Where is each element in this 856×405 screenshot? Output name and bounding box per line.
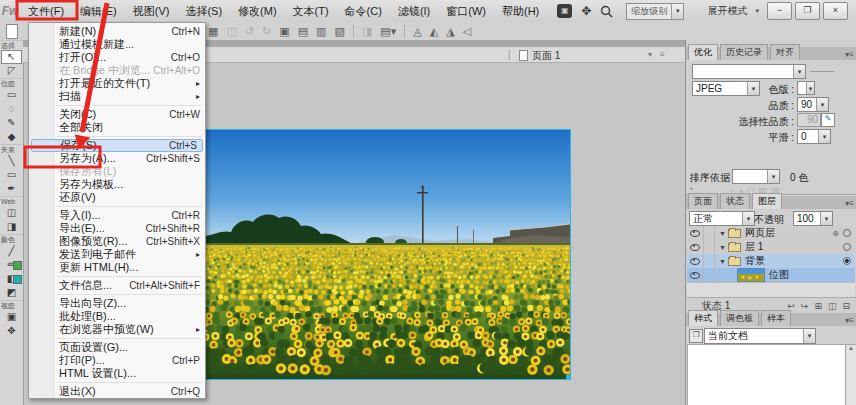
tab-align[interactable]: 对齐 (770, 44, 800, 60)
redo-icon[interactable]: ↻ (262, 25, 271, 38)
zoom-level-select[interactable]: 缩放级别 ▾ (626, 3, 684, 20)
radio-indicator[interactable] (843, 257, 851, 265)
menu-item-update-html[interactable]: 更新 HTML(H)... (29, 261, 205, 274)
screen-mode[interactable]: ▣ (0, 310, 23, 324)
menu-item-exit[interactable]: 退出(X)Ctrl+Q (29, 385, 205, 398)
align-icon[interactable]: ▤▾ (380, 25, 396, 38)
blur-tool[interactable]: ◆ (0, 130, 23, 144)
tab-pages[interactable]: 页面 (688, 193, 718, 209)
hide-slices-tool[interactable]: ◨ (0, 220, 23, 234)
bring-to-front-icon[interactable]: ▣ (279, 25, 289, 38)
expand-triangle-icon[interactable]: ▼ (719, 230, 726, 237)
minimize-button[interactable]: − (767, 2, 792, 20)
layer-row[interactable]: ▼网页层⊕ (687, 226, 855, 241)
default-colors[interactable]: ◩ (0, 286, 23, 300)
panel-menu-icon[interactable]: ▾≡ (845, 199, 856, 209)
send-backward-icon[interactable]: ▥ (316, 25, 326, 38)
tab-swatches[interactable]: 样本 (761, 310, 791, 326)
chevron-down-icon[interactable]: ▾ (793, 65, 805, 78)
menu-item-close[interactable]: 关闭(C)Ctrl+W (29, 108, 205, 121)
menu-file[interactable]: 文件(F) (20, 0, 72, 22)
selection-handle[interactable] (566, 375, 571, 380)
group-icon[interactable]: ◨ (362, 25, 372, 38)
undo-icon[interactable]: ↺ (245, 25, 254, 38)
slice-tool[interactable]: ◫ (0, 206, 23, 220)
rotate-icon[interactable]: ◮ (446, 25, 454, 38)
color-swatch[interactable] (13, 275, 22, 284)
eye-icon[interactable] (690, 258, 700, 265)
chevron-down-icon[interactable]: ▾ (648, 50, 652, 59)
radio-indicator[interactable] (843, 229, 851, 237)
pointer-tool[interactable]: ↖ (1, 50, 22, 64)
menu-modify[interactable]: 修改(M) (230, 0, 285, 22)
menu-edit[interactable]: 编辑(E) (72, 0, 125, 22)
menu-select[interactable]: 选择(S) (177, 0, 230, 22)
layer-row[interactable]: ▼背景 (687, 254, 855, 269)
menu-commands[interactable]: 命令(C) (337, 0, 390, 22)
blend-mode-select[interactable]: 正常▾ (689, 211, 755, 226)
style-library-icon[interactable]: ❒ (689, 329, 703, 343)
quality-select[interactable]: 90▾ (797, 97, 829, 112)
line-tool[interactable]: ╲ (0, 154, 23, 168)
zoom-tool-icon[interactable] (600, 5, 613, 18)
menu-item-save-as[interactable]: 另存为(A)...Ctrl+Shift+S (29, 152, 205, 165)
menu-item-open-recent[interactable]: 打开最近的文件(T)▸ (29, 77, 205, 90)
saved-settings-select[interactable]: ▾ (692, 64, 806, 79)
chevron-down-icon[interactable]: ▾ (803, 329, 815, 343)
chevron-down-icon[interactable]: ▾ (747, 82, 759, 95)
menu-item-new-from-template[interactable]: 通过模板新建... (29, 38, 205, 51)
hand-tool-icon[interactable]: ✥ (581, 4, 591, 18)
marquee-tool[interactable]: ▭ (0, 88, 23, 102)
menu-item-close-all[interactable]: 全部关闭 (29, 121, 205, 134)
hand-tool[interactable]: ✥ (0, 324, 23, 338)
slice-grid-icon[interactable]: ▦ (208, 25, 218, 38)
chevron-down-icon[interactable]: ▾ (820, 212, 832, 225)
copy-to-states-icon[interactable]: ↪ (801, 301, 809, 311)
chevron-down-icon[interactable]: ▾ (818, 130, 830, 143)
menu-item-page-setup[interactable]: 页面设置(G)... (29, 341, 205, 354)
color-swatch[interactable] (13, 261, 22, 270)
styles-scrollbar[interactable]: ▲ (845, 344, 856, 405)
lasso-tool[interactable]: ◌ (0, 102, 23, 116)
scale-tool[interactable]: ◸ (0, 64, 23, 78)
stroke-color-well[interactable]: ✏ (0, 258, 23, 272)
eye-icon[interactable] (690, 244, 700, 251)
menu-view[interactable]: 视图(V) (125, 0, 178, 22)
style-source-select[interactable]: 当前文档▾ (704, 328, 816, 344)
tab-optimize[interactable]: 优化 (688, 44, 718, 60)
close-button[interactable]: × (823, 2, 848, 20)
menu-item-export-wizard[interactable]: 导出向导(Z)... (29, 297, 205, 310)
tab-states[interactable]: 状态 (720, 193, 750, 209)
brush-tool[interactable]: ✎ (0, 116, 23, 130)
radio-indicator[interactable] (843, 243, 851, 251)
send-to-back-icon[interactable]: ▧ (334, 25, 344, 38)
distribute-to-states-icon[interactable]: ↩ (787, 301, 795, 311)
menu-item-preview-in-browser[interactable]: 在浏览器中预览(W)▸ (29, 323, 205, 336)
menu-item-file-info[interactable]: 文件信息...Ctrl+Alt+Shift+F (29, 279, 205, 292)
menu-text[interactable]: 文本(T) (285, 0, 337, 22)
chevron-down-icon[interactable]: ▾ (755, 7, 759, 15)
expand-mode-button[interactable]: 展开模式 (707, 4, 747, 18)
menu-item-html-setup[interactable]: HTML 设置(L)... (29, 367, 205, 380)
layer-row[interactable]: ▼层 1 (687, 240, 855, 255)
tab-palette[interactable]: 调色板 (720, 310, 759, 326)
chevron-down-icon[interactable]: ▾ (816, 98, 828, 111)
chevron-down-icon[interactable]: ▾ (671, 4, 683, 19)
sort-by-select[interactable]: ▾ (732, 169, 780, 184)
lock-column[interactable] (703, 254, 715, 268)
restore-button[interactable]: ❐ (795, 2, 820, 20)
smoothing-select[interactable]: 0▾ (797, 129, 831, 144)
menu-filters[interactable]: 滤镜(I) (390, 0, 438, 22)
chevron-down-icon[interactable]: ▾ (767, 170, 779, 183)
menu-item-scan[interactable]: 扫描▸ (29, 90, 205, 103)
export-format-select[interactable]: JPEG▾ (692, 81, 760, 96)
new-layer-icon[interactable]: ⊞ (814, 301, 822, 311)
canvas-size-icon[interactable]: ◬ (413, 25, 421, 38)
menu-help[interactable]: 帮助(H) (494, 0, 547, 22)
layer-row[interactable]: 位图 (687, 268, 855, 283)
menu-window[interactable]: 窗口(W) (438, 0, 494, 22)
menu-item-import[interactable]: 导入(I)...Ctrl+R (29, 209, 205, 222)
eye-icon[interactable] (690, 230, 700, 237)
menu-item-revert[interactable]: 还原(V) (29, 191, 205, 204)
menu-item-save[interactable]: 保存(S)Ctrl+S (31, 139, 203, 152)
